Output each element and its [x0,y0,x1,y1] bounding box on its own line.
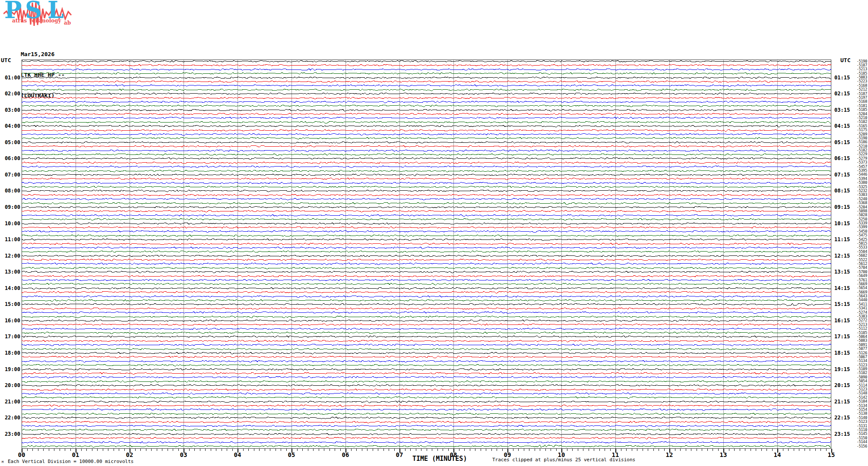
hour-label-left: 17:00 [0,334,20,339]
logo-word-ab: ab [64,20,71,25]
trace-offset-value: -5165 [847,124,867,128]
trace-row [22,218,831,220]
trace-row [22,336,831,337]
trace-row [22,121,831,123]
hour-label-left: 11:00 [0,237,20,242]
logo-word-atras: atras [12,18,27,23]
trace-row [22,243,831,245]
hour-label-left: 19:00 [0,367,20,372]
trace-row [22,364,831,366]
trace-offset-value: -5112 [847,327,867,331]
trace-offset-value: -5185 [847,72,867,76]
trace-row [22,251,831,252]
trace-offset-value: -5504 [847,250,867,254]
trace-row [22,368,831,370]
trace-offset-value: -5272 [847,318,867,322]
trace-offset-value: -5446 [847,173,867,176]
trace-row [22,328,831,330]
trace-offset-value: -5140 [847,416,867,420]
trace-offset-value: -5761 [847,278,867,282]
trace-offset-value: -5250 [847,217,867,221]
trace-offset-value: -5213 [847,323,867,327]
trace-offset-value: -5105 [847,331,867,335]
hour-label-left: 05:00 [0,140,20,145]
trace-offset-value: -5123 [847,363,867,367]
trace-row [22,441,831,443]
trace-offset-value: -5411 [847,302,867,306]
trace-row [22,190,831,192]
trace-row [22,308,831,309]
trace-row [22,389,831,390]
trace-offset-value: -5425 [847,238,867,242]
trace-offset-value: -5067 [847,355,867,359]
trace-offset-value: -5475 [847,233,867,237]
trace-row [22,255,831,257]
trace-offset-value: -5154 [847,408,867,412]
trace-row [22,182,831,184]
trace-offset-value: -5114 [847,384,867,387]
trace-row [22,239,831,240]
trace-offset-value: -5368 [847,201,867,205]
trace-offset-value: -5339 [847,221,867,225]
trace-offset-value: -5168 [847,100,867,104]
trace-offset-value: -5450 [847,230,867,233]
utc-label-left: UTC [1,57,11,63]
minute-label: 02 [122,452,137,458]
trace-offset-value: -5654 [847,286,867,290]
trace-row [22,291,831,293]
trace-offset-value: -5131 [847,424,867,428]
trace-row [22,283,831,285]
trace-row [22,433,831,435]
trace-offset-value: -5185 [847,108,867,112]
trace-offset-value: -5212 [847,88,867,91]
trace-offset-value: -5380 [847,181,867,185]
trace-row [22,372,831,374]
trace-row [22,271,831,273]
trace-offset-value: -5138 [847,412,867,416]
helicorder-plot [22,60,833,454]
trace-offset-value: -5168 [847,84,867,88]
trace-row [22,267,831,269]
trace-row [22,352,831,354]
trace-row [22,186,831,188]
trace-row [22,235,831,236]
trace-offset-value: -5383 [847,315,867,318]
trace-offset-value: -5110 [847,428,867,432]
trace-row [22,85,831,86]
hour-label-left: 01:00 [0,75,20,80]
trace-row [22,401,831,403]
psl-logo: P S L atras eismology ab [3,1,73,28]
trace-row [22,105,831,107]
hour-label-left: 16:00 [0,318,20,323]
trace-offset-value: -5602 [847,254,867,258]
trace-offset-value: -5341 [847,306,867,310]
trace-row [22,206,831,208]
hour-label-left: 03:00 [0,107,20,113]
trace-offset-value: -5210 [847,116,867,120]
minute-label: 13 [716,452,731,458]
hour-label-left: 10:00 [0,221,20,226]
hour-label-left: 13:00 [0,269,20,274]
trace-offset-value: -5815 [847,242,867,246]
trace-row [22,316,831,318]
trace-offset-value: -5083 [847,339,867,343]
trace-offset-value: -5123 [847,387,867,391]
trace-offset-value: -5186 [847,140,867,144]
trace-row [22,429,831,431]
minute-label: 07 [392,452,407,458]
trace-row [22,340,831,342]
trace-offset-value: -5700 [847,270,867,274]
minute-label: 12 [662,452,677,458]
trace-offset-value: -5643 [847,294,867,298]
minute-label: 01 [68,452,83,458]
trace-row [22,129,831,131]
trace-row [22,214,831,216]
hour-label-left: 02:00 [0,91,20,96]
trace-row [22,72,831,74]
trace-offset-value: -5649 [847,274,867,278]
minute-label: 00 [14,452,29,458]
trace-offset-value: -5134 [847,359,867,363]
trace-row [22,332,831,334]
trace-offset-value: -5240 [847,197,867,201]
trace-row [22,109,831,111]
